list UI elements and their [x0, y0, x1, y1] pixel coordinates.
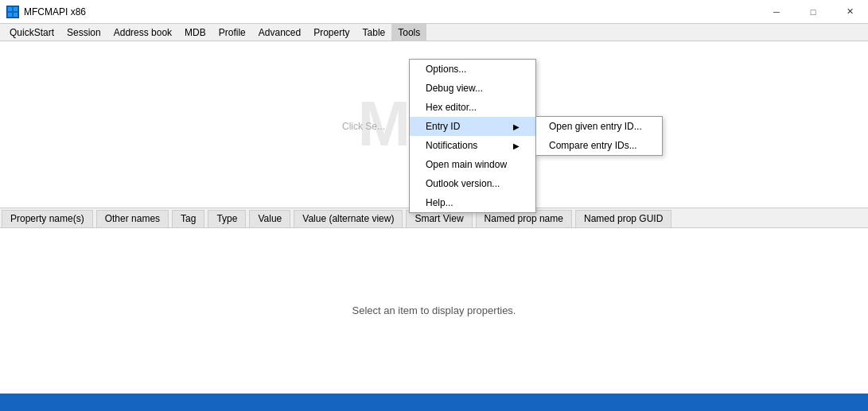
menu-item-property[interactable]: Property — [307, 24, 356, 41]
close-button[interactable]: ✕ — [831, 0, 868, 24]
dropdown-overlay: Options...Debug view...Hex editor...Entr… — [0, 41, 868, 394]
menu-item-mdb[interactable]: MDB — [178, 24, 212, 41]
tools-menu-item-debug_view[interactable]: Debug view... — [410, 79, 535, 98]
tools-menu-item-help[interactable]: Help... — [410, 193, 535, 212]
menu-item-profile[interactable]: Profile — [212, 24, 252, 41]
submenu-item-open_given[interactable]: Open given entry ID... — [536, 117, 662, 136]
tools-menu-item-open_main[interactable]: Open main window — [410, 155, 535, 174]
svg-rect-2 — [8, 13, 12, 17]
menu-bar: QuickStartSessionAddress bookMDBProfileA… — [0, 24, 868, 41]
svg-rect-0 — [8, 7, 12, 11]
tools-menu-item-hex_editor[interactable]: Hex editor... — [410, 98, 535, 117]
app-title: MFCMAPI x86 — [24, 6, 86, 17]
tools-menu-item-notifications[interactable]: Notifications▶ — [410, 136, 535, 155]
menu-item-quickstart[interactable]: QuickStart — [3, 24, 60, 41]
title-bar-left: MFCMAPI x86 — [6, 6, 86, 18]
menu-item-session[interactable]: Session — [60, 24, 107, 41]
app-icon — [6, 6, 19, 18]
tools-menu-item-options[interactable]: Options... — [410, 60, 535, 79]
status-bar — [0, 394, 868, 411]
tools-dropdown-menu: Options...Debug view...Hex editor...Entr… — [409, 59, 536, 213]
minimize-button[interactable]: ─ — [758, 0, 795, 24]
menu-item-tools[interactable]: Tools — [391, 24, 426, 41]
submenu-arrow-icon: ▶ — [513, 122, 520, 131]
maximize-button[interactable]: □ — [795, 0, 831, 24]
menu-item-addressbook[interactable]: Address book — [107, 24, 178, 41]
tools-menu-item-outlook_version[interactable]: Outlook version... — [410, 174, 535, 193]
entry-id-submenu: Open given entry ID...Compare entry IDs.… — [535, 116, 663, 156]
svg-rect-3 — [14, 13, 18, 17]
window-controls: ─ □ ✕ — [758, 0, 868, 24]
menu-item-advanced[interactable]: Advanced — [252, 24, 307, 41]
svg-rect-1 — [14, 7, 18, 11]
tools-menu-item-entry_id[interactable]: Entry ID▶Open given entry ID...Compare e… — [410, 117, 535, 136]
menu-item-table[interactable]: Table — [356, 24, 392, 41]
main-content: MAPI Click Se... Options...Debug view...… — [0, 41, 868, 394]
title-bar: MFCMAPI x86 ─ □ ✕ — [0, 0, 868, 24]
submenu-arrow-icon: ▶ — [513, 142, 520, 150]
submenu-item-compare[interactable]: Compare entry IDs... — [536, 136, 662, 155]
